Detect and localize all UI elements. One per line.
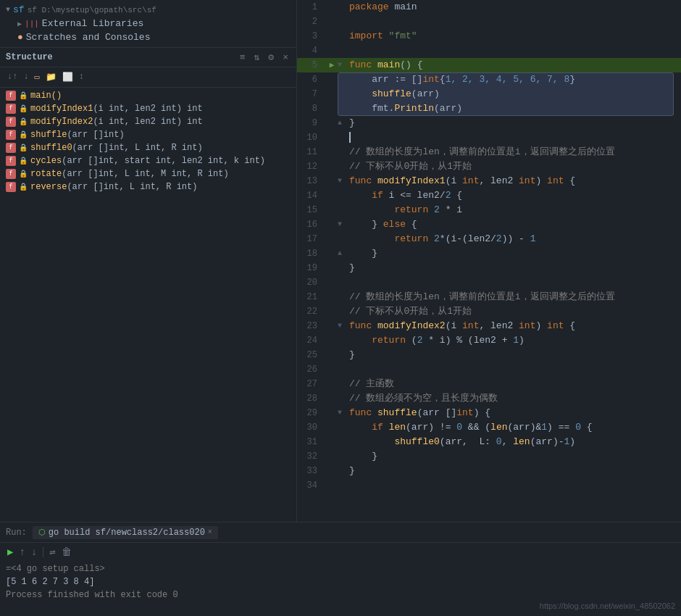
line-num-22: 22 — [297, 304, 326, 319]
run-tabs: Run: ⬡ go build sf/newclass2/class020 × — [0, 523, 681, 543]
line-num-25: 25 — [297, 348, 326, 362]
lock-icon-main: 🔒 — [19, 91, 28, 100]
code-line-29: 29 ▼ func shuffle(arr []int) { — [297, 406, 681, 420]
line-num-20: 20 — [297, 275, 326, 290]
line-num-32: 32 — [297, 449, 326, 464]
func-icon-rv: f — [6, 182, 16, 192]
func-name-mi2: modifyIndex2 — [30, 117, 93, 127]
line-num-10: 10 — [297, 130, 326, 145]
structure-settings-btn[interactable]: ⚙ — [266, 51, 276, 64]
code-line-25: 25 } — [297, 348, 681, 362]
structure-list: f 🔒 main() f 🔒 modifyIndex1(i int, len2 … — [0, 88, 296, 522]
line-num-18: 18 — [297, 246, 326, 261]
line-content-22: // 下标不从0开始，从1开始 — [346, 304, 681, 319]
tree-item-sf[interactable]: ▼ sf sf D:\mysetup\gopath\src\sf — [0, 3, 296, 17]
run-play-btn[interactable]: ▶ — [6, 544, 14, 559]
line-num-14: 14 — [297, 188, 326, 203]
code-editor: 1 package main 2 3 import "fmt" — [297, 0, 681, 522]
fold-29[interactable]: ▼ — [338, 406, 346, 420]
structure-sort-btn[interactable]: ≡ — [238, 51, 248, 64]
code-line-10: 10 — [297, 130, 681, 145]
line-num-21: 21 — [297, 290, 326, 304]
lock-icon-sh0: 🔒 — [19, 143, 28, 152]
func-name-mi1: modifyIndex1 — [30, 104, 93, 114]
line-content-19: } — [346, 261, 681, 275]
sort-alpha-icon[interactable]: ↓↑ — [6, 70, 19, 84]
func-params-cy: (arr []int, start int, len2 int, k int) — [62, 156, 265, 166]
code-line-18: 18 ▲ } — [297, 246, 681, 261]
folder-icon: sf — [13, 4, 25, 15]
line-content-31: shuffle0(arr, L: 0, len(arr)-1) — [346, 435, 681, 449]
line-num-5: 5 — [297, 58, 326, 72]
line-content-10[interactable] — [346, 130, 681, 145]
struct-item-modifyindex2[interactable]: f 🔒 modifyIndex2(i int, len2 int) int — [0, 115, 296, 128]
watermark: https://blog.csdn.net/weixin_48502062 — [540, 602, 675, 610]
code-line-30: 30 if len(arr) != 0 && (len(arr)&1) == 0… — [297, 420, 681, 435]
lock-icon-cy: 🔒 — [19, 157, 28, 165]
structure-close-btn[interactable]: × — [280, 51, 291, 64]
line-content-17: return 2*(i-(len2/2)) - 1 — [346, 232, 681, 246]
structure-header: Structure ≡ ⇅ ⚙ × — [0, 48, 296, 67]
line-num-15: 15 — [297, 203, 326, 217]
run-down-btn[interactable]: ↓ — [30, 545, 38, 559]
expand-all-icon[interactable]: ⬜ — [61, 70, 75, 84]
struct-item-shuffle[interactable]: f 🔒 shuffle(arr []int) — [0, 128, 296, 141]
run-clear-btn[interactable]: 🗑 — [60, 545, 73, 559]
line-content-11: // 数组的长度为len，调整前的位置是i，返回调整之后的位置 — [346, 145, 681, 159]
struct-item-reverse[interactable]: f 🔒 reverse(arr []int, L int, R int) — [0, 180, 296, 193]
func-name-cy: cycles — [30, 156, 62, 166]
func-icon-sh: f — [6, 130, 16, 140]
func-name-sh: shuffle — [30, 130, 67, 140]
struct-item-cycles[interactable]: f 🔒 cycles(arr []int, start int, len2 in… — [0, 154, 296, 167]
code-lines[interactable]: 1 package main 2 3 import "fmt" — [297, 0, 681, 522]
run-tab-close[interactable]: × — [208, 528, 212, 536]
tree-label-external: External Libraries — [42, 18, 143, 29]
show-fields-icon[interactable]: ▭ — [33, 70, 41, 84]
code-line-19: 19 } — [297, 261, 681, 275]
line-num-8: 8 — [297, 101, 326, 116]
line-num-29: 29 — [297, 406, 326, 420]
fold-5[interactable]: ▼ — [338, 58, 346, 72]
fold-23[interactable]: ▼ — [338, 319, 346, 333]
code-line-7: 7 shuffle(arr) — [297, 87, 681, 101]
code-line-13: 13 ▼ func modifyIndex1(i int, len2 int) … — [297, 174, 681, 188]
struct-item-shuffle0[interactable]: f 🔒 shuffle0(arr []int, L int, R int) — [0, 141, 296, 154]
struct-item-main[interactable]: f 🔒 main() — [0, 89, 296, 102]
code-line-14: 14 if i <= len2/2 { — [297, 188, 681, 203]
fold-16[interactable]: ▼ — [338, 217, 346, 232]
line-num-6: 6 — [297, 72, 326, 87]
lock-icon-mi1: 🔒 — [19, 104, 28, 113]
ext-lib-icon: ||| — [25, 20, 39, 28]
sort-down-icon[interactable]: ↓ — [22, 70, 30, 84]
func-name-sh0: shuffle0 — [30, 143, 72, 153]
line-num-4: 4 — [297, 43, 326, 58]
line-num-23: 23 — [297, 319, 326, 333]
line-num-12: 12 — [297, 159, 326, 174]
fold-9[interactable]: ▲ — [338, 116, 346, 130]
run-wrap-btn[interactable]: ⇌ — [48, 544, 57, 559]
fold-13[interactable]: ▼ — [338, 174, 346, 188]
line-content-30: if len(arr) != 0 && (len(arr)&1) == 0 { — [346, 420, 681, 435]
line-content-23: func modifyIndex2(i int, len2 int) int { — [346, 319, 681, 333]
code-line-15: 15 return 2 * i — [297, 203, 681, 217]
code-line-27: 27 // 主函数 — [297, 377, 681, 391]
structure-expand-btn[interactable]: ⇅ — [252, 51, 262, 64]
run-tab-active[interactable]: ⬡ go build sf/newclass2/class020 × — [33, 526, 218, 539]
fold-18[interactable]: ▲ — [338, 246, 346, 261]
run-up-btn[interactable]: ↑ — [17, 545, 26, 559]
code-line-1: 1 package main — [297, 0, 681, 14]
line-num-2: 2 — [297, 14, 326, 29]
line-num-30: 30 — [297, 420, 326, 435]
folder-view-icon[interactable]: 📁 — [44, 70, 58, 84]
line-num-31: 31 — [297, 435, 326, 449]
tree-path: sf D:\mysetup\gopath\src\sf — [28, 6, 156, 14]
line-content-24: return (2 * i) % (len2 + 1) — [346, 333, 681, 348]
tree-item-external[interactable]: ▶ ||| External Libraries — [0, 17, 296, 30]
func-params-mi1: (i int, len2 int) int — [93, 104, 202, 114]
highlight-region: 6 arr := []int{1, 2, 3, 4, 5, 6, 7, 8} 7… — [297, 72, 681, 116]
tree-item-scratches[interactable]: ● Scratches and Consoles — [0, 30, 296, 44]
collapse-all-icon[interactable]: ↕ — [78, 70, 85, 84]
struct-item-modifyindex1[interactable]: f 🔒 modifyIndex1(i int, len2 int) int — [0, 102, 296, 115]
func-name-rv: reverse — [30, 182, 67, 192]
struct-item-rotate[interactable]: f 🔒 rotate(arr []int, L int, M int, R in… — [0, 167, 296, 180]
